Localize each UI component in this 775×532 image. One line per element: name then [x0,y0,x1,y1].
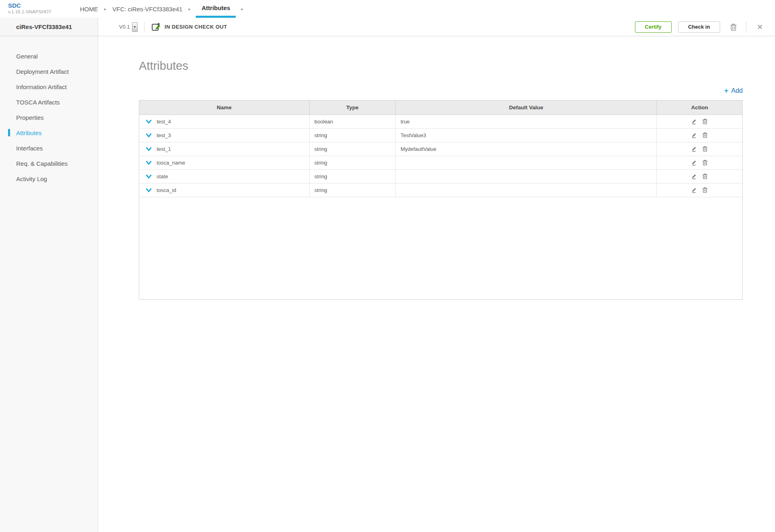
sidebar-item-label: Properties [16,114,44,121]
toolbar-row: ciRes-VFCf3383e41 V0.1 ▼ IN DESIGN CHECK… [0,18,775,36]
column-header-default-value: Default Value [396,100,657,115]
action-cell [657,115,742,128]
sidebar-item-activity-log[interactable]: Activity Log [0,171,98,186]
attribute-name: test_3 [157,132,171,138]
name-cell: test_3 [139,128,309,142]
delete-icon[interactable] [701,186,709,194]
sidebar-item-label: Req. & Capabilities [16,160,68,167]
chevron-down-icon[interactable] [145,187,153,193]
table-body: test_4 boolean true [139,115,742,197]
table-actions: + Add [139,87,743,94]
breadcrumb-item-home[interactable]: HOME [79,0,99,18]
table-row: tosca_name string [139,156,742,169]
action-cell [657,128,742,142]
table-row: tosca_id string [139,183,742,197]
default-value-cell [396,183,657,197]
breadcrumb-arrow-icon: ▸ [104,0,107,18]
sidebar-item-label: General [16,53,38,60]
edit-icon[interactable] [690,117,698,125]
delete-entity-icon[interactable] [727,21,739,33]
breadcrumb-item-attributes[interactable]: Attributes [196,0,236,18]
action-cell [657,142,742,156]
check-in-button[interactable]: Check in [678,21,720,33]
close-icon[interactable]: ✕ [754,22,765,32]
type-cell: string [309,183,396,197]
version-dropdown-icon[interactable]: ▼ [132,22,138,32]
app-logo: SDC v.1.16.1-SNAPSHOT [0,0,78,18]
name-cell: state [139,169,309,183]
attribute-name: test_4 [157,119,171,125]
app-logo-title[interactable]: SDC [8,2,78,9]
edit-icon[interactable] [690,131,698,139]
sidebar-item-properties[interactable]: Properties [0,110,98,125]
sidebar: General Deployment Artifact Information … [0,36,98,532]
chevron-down-icon[interactable] [145,146,153,152]
divider [746,22,746,32]
chevron-down-icon[interactable] [145,119,153,125]
chevron-down-icon[interactable] [145,173,153,179]
breadcrumb: HOME ▸ VFC: ciRes-VFCf3383e41 ▸ Attribut… [78,0,247,18]
attribute-type: string [314,187,327,193]
sidebar-item-attributes[interactable]: Attributes [0,125,98,140]
app-version: v.1.16.1-SNAPSHOT [8,9,78,15]
attribute-type: boolean [314,119,333,125]
delete-icon[interactable] [701,172,709,180]
sidebar-item-label: Information Artifact [16,83,67,90]
default-value-cell: true [396,115,657,128]
action-cell [657,169,742,183]
name-cell: test_4 [139,115,309,128]
table-row: state string [139,169,742,183]
table-row: test_4 boolean true [139,115,742,128]
attribute-name: tosca_id [157,187,176,193]
edit-icon[interactable] [690,159,698,167]
name-cell: tosca_name [139,156,309,169]
sidebar-item-information-artifact[interactable]: Information Artifact [0,79,98,94]
sidebar-item-general[interactable]: General [0,48,98,64]
edit-icon[interactable] [690,172,698,180]
delete-icon[interactable] [701,117,709,125]
plus-icon: + [724,88,729,94]
name-cell: test_1 [139,142,309,156]
action-cell [657,156,742,169]
edit-icon[interactable] [690,186,698,194]
main-content: Attributes + Add Name Type Default Value… [98,59,775,300]
type-cell: string [309,169,396,183]
top-header: SDC v.1.16.1-SNAPSHOT HOME ▸ VFC: ciRes-… [0,0,775,18]
default-value-cell: TestValue3 [396,128,657,142]
type-cell: boolean [309,115,396,128]
sidebar-item-tosca-artifacts[interactable]: TOSCA Artifacts [0,94,98,110]
sidebar-item-req-capabilities[interactable]: Req. & Capabilities [0,156,98,171]
lifecycle-status: IN DESIGN CHECK OUT [151,22,227,32]
certify-button[interactable]: Certify [635,21,672,33]
type-cell: string [309,156,396,169]
checkout-icon [151,22,161,32]
breadcrumb-arrow-icon: ▸ [241,0,243,18]
sidebar-item-interfaces[interactable]: Interfaces [0,140,98,156]
attribute-type: string [314,132,327,138]
attribute-type: string [314,160,327,166]
sidebar-item-label: Interfaces [16,145,43,152]
type-cell: string [309,142,396,156]
status-text: IN DESIGN CHECK OUT [165,24,227,30]
default-value-cell [396,156,657,169]
column-header-name: Name [139,100,309,115]
edit-icon[interactable] [690,145,698,153]
attribute-name: state [157,173,168,179]
add-attribute-button[interactable]: + Add [724,87,743,94]
attribute-type: string [314,146,327,152]
delete-icon[interactable] [701,145,709,153]
version-value: V0.1 [119,24,130,30]
table-row: test_1 string MydefaultValue [139,142,742,156]
divider [144,22,145,32]
delete-icon[interactable] [701,159,709,167]
breadcrumb-item-vfc-cires-vfcf3383e41[interactable]: VFC: ciRes-VFCf3383e41 [112,0,183,18]
sidebar-item-label: Activity Log [16,175,47,182]
delete-icon[interactable] [701,131,709,139]
name-cell: tosca_id [139,183,309,197]
attribute-default-value: true [400,119,409,125]
chevron-down-icon[interactable] [145,132,153,138]
chevron-down-icon[interactable] [145,160,153,166]
sidebar-item-label: TOSCA Artifacts [16,99,60,106]
toolbar: V0.1 ▼ IN DESIGN CHECK OUT Certify Check… [98,18,775,36]
sidebar-item-deployment-artifact[interactable]: Deployment Artifact [0,64,98,79]
